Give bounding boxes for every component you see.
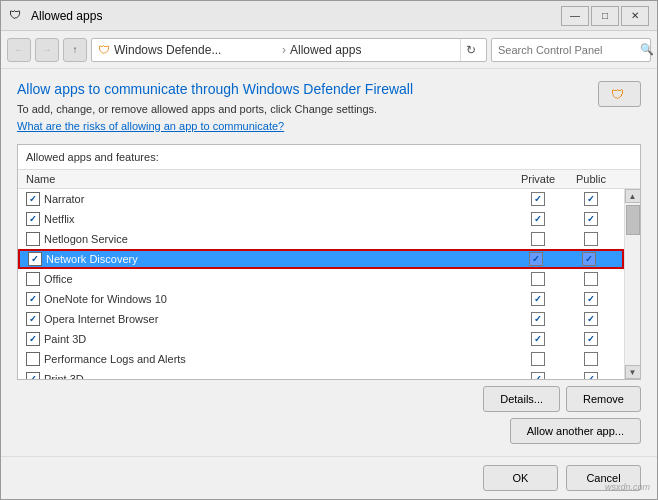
private-checkbox[interactable] bbox=[529, 252, 543, 266]
row-main-checkbox[interactable] bbox=[26, 292, 40, 306]
row-main-checkbox[interactable] bbox=[26, 232, 40, 246]
row-public-cell bbox=[566, 312, 616, 326]
table-row[interactable]: Performance Logs and Alerts bbox=[18, 349, 624, 369]
row-label: Opera Internet Browser bbox=[44, 313, 510, 325]
public-checkbox[interactable] bbox=[584, 352, 598, 366]
public-checkbox[interactable] bbox=[584, 192, 598, 206]
row-private-cell bbox=[510, 212, 566, 226]
scroll-up-button[interactable]: ▲ bbox=[625, 189, 641, 203]
public-checkbox[interactable] bbox=[584, 372, 598, 380]
row-private-cell bbox=[508, 252, 564, 266]
search-icon: 🔍 bbox=[640, 43, 654, 56]
change-settings-button[interactable]: 🛡 bbox=[598, 81, 641, 107]
row-public-cell bbox=[566, 292, 616, 306]
row-main-checkbox[interactable] bbox=[26, 312, 40, 326]
table-row[interactable]: Netlogon Service bbox=[18, 229, 624, 249]
row-public-cell bbox=[566, 212, 616, 226]
public-checkbox[interactable] bbox=[582, 252, 596, 266]
private-checkbox[interactable] bbox=[531, 192, 545, 206]
row-label: Narrator bbox=[44, 193, 510, 205]
scroll-down-button[interactable]: ▼ bbox=[625, 365, 641, 379]
window-title: Allowed apps bbox=[31, 9, 561, 23]
up-button[interactable]: ↑ bbox=[63, 38, 87, 62]
private-checkbox[interactable] bbox=[531, 232, 545, 246]
row-main-checkbox[interactable] bbox=[26, 372, 40, 380]
private-checkbox[interactable] bbox=[531, 312, 545, 326]
ok-button[interactable]: OK bbox=[483, 465, 558, 491]
row-label: Paint 3D bbox=[44, 333, 510, 345]
table-row[interactable]: Network Discovery bbox=[18, 249, 624, 269]
row-label: Office bbox=[44, 273, 510, 285]
window-icon: 🛡 bbox=[9, 8, 25, 24]
content-area: Allow apps to communicate through Window… bbox=[1, 69, 657, 456]
private-checkbox[interactable] bbox=[531, 212, 545, 226]
title-controls: — □ ✕ bbox=[561, 6, 649, 26]
table-row[interactable]: Paint 3D bbox=[18, 329, 624, 349]
private-checkbox[interactable] bbox=[531, 352, 545, 366]
row-public-cell bbox=[566, 272, 616, 286]
page-subtitle: To add, change, or remove allowed apps a… bbox=[17, 103, 413, 115]
public-checkbox[interactable] bbox=[584, 312, 598, 326]
maximize-button[interactable]: □ bbox=[591, 6, 619, 26]
address-separator: › bbox=[282, 43, 286, 57]
public-checkbox[interactable] bbox=[584, 212, 598, 226]
row-private-cell bbox=[510, 272, 566, 286]
remove-button[interactable]: Remove bbox=[566, 386, 641, 412]
forward-button[interactable]: → bbox=[35, 38, 59, 62]
row-public-cell bbox=[566, 372, 616, 380]
back-button[interactable]: ← bbox=[7, 38, 31, 62]
table-row[interactable]: Print 3D bbox=[18, 369, 624, 379]
address-icon: 🛡 bbox=[98, 43, 110, 57]
row-main-checkbox[interactable] bbox=[26, 212, 40, 226]
table-row[interactable]: OneNote for Windows 10 bbox=[18, 289, 624, 309]
col-private-header: Private bbox=[510, 173, 566, 185]
table-row[interactable]: Netflix bbox=[18, 209, 624, 229]
public-checkbox[interactable] bbox=[584, 332, 598, 346]
watermark: wsxdn.com bbox=[605, 482, 650, 492]
details-button[interactable]: Details... bbox=[483, 386, 560, 412]
navigation-bar: ← → ↑ 🛡 Windows Defende... › Allowed app… bbox=[1, 31, 657, 69]
address-part2: Allowed apps bbox=[290, 43, 454, 57]
address-part1: Windows Defende... bbox=[114, 43, 278, 57]
apps-panel: Allowed apps and features: Name Private … bbox=[17, 144, 641, 380]
public-checkbox[interactable] bbox=[584, 232, 598, 246]
refresh-button[interactable]: ↻ bbox=[460, 39, 480, 61]
close-button[interactable]: ✕ bbox=[621, 6, 649, 26]
table-header: Name Private Public bbox=[18, 170, 640, 189]
table-row[interactable]: Office bbox=[18, 269, 624, 289]
row-label: Print 3D bbox=[44, 373, 510, 380]
row-main-checkbox[interactable] bbox=[28, 252, 42, 266]
address-bar: 🛡 Windows Defende... › Allowed apps ↻ bbox=[91, 38, 487, 62]
table-row[interactable]: Opera Internet Browser bbox=[18, 309, 624, 329]
panel-title: Allowed apps and features: bbox=[18, 145, 640, 170]
search-bar[interactable]: 🔍 bbox=[491, 38, 651, 62]
row-label: Network Discovery bbox=[46, 253, 508, 265]
row-main-checkbox[interactable] bbox=[26, 332, 40, 346]
allow-another-button[interactable]: Allow another app... bbox=[510, 418, 641, 444]
row-main-checkbox[interactable] bbox=[26, 352, 40, 366]
row-main-checkbox[interactable] bbox=[26, 272, 40, 286]
row-public-cell bbox=[566, 232, 616, 246]
minimize-button[interactable]: — bbox=[561, 6, 589, 26]
private-checkbox[interactable] bbox=[531, 332, 545, 346]
row-label: Netflix bbox=[44, 213, 510, 225]
private-checkbox[interactable] bbox=[531, 292, 545, 306]
scroll-thumb[interactable] bbox=[626, 205, 640, 235]
table-wrapper: NarratorNetflixNetlogon ServiceNetwork D… bbox=[18, 189, 640, 379]
title-bar: 🛡 Allowed apps — □ ✕ bbox=[1, 1, 657, 31]
private-checkbox[interactable] bbox=[531, 372, 545, 380]
scroll-track[interactable]: ▲ ▼ bbox=[624, 189, 640, 379]
table-rows-area: NarratorNetflixNetlogon ServiceNetwork D… bbox=[18, 189, 624, 379]
row-label: OneNote for Windows 10 bbox=[44, 293, 510, 305]
allow-another-row: Allow another app... bbox=[17, 418, 641, 444]
risks-link[interactable]: What are the risks of allowing an app to… bbox=[17, 120, 284, 132]
row-public-cell bbox=[566, 352, 616, 366]
private-checkbox[interactable] bbox=[531, 272, 545, 286]
public-checkbox[interactable] bbox=[584, 292, 598, 306]
row-private-cell bbox=[510, 232, 566, 246]
shield-icon: 🛡 bbox=[611, 87, 624, 102]
row-main-checkbox[interactable] bbox=[26, 192, 40, 206]
search-input[interactable] bbox=[498, 44, 636, 56]
public-checkbox[interactable] bbox=[584, 272, 598, 286]
table-row[interactable]: Narrator bbox=[18, 189, 624, 209]
